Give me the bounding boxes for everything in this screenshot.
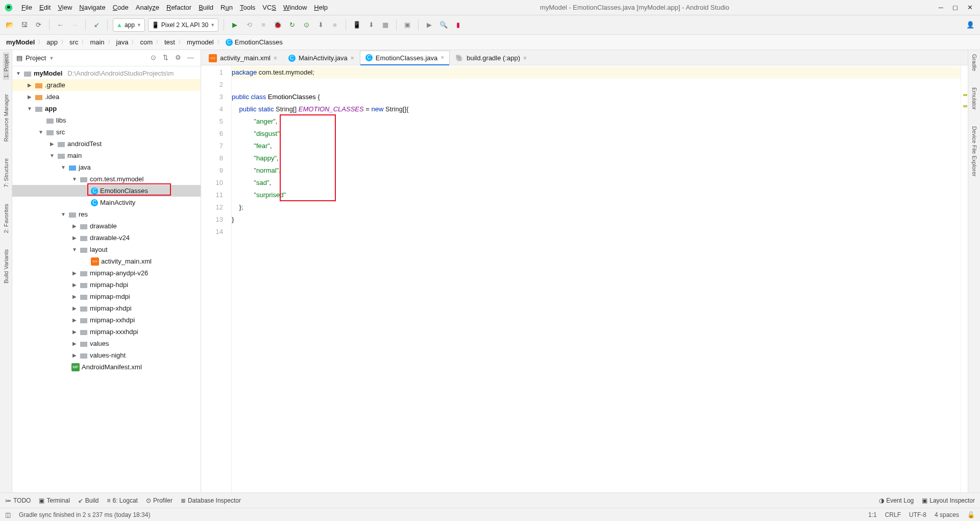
tree-res[interactable]: ▼res bbox=[12, 208, 201, 220]
tree-app[interactable]: ▼app bbox=[12, 103, 201, 114]
menu-run[interactable]: Run bbox=[217, 3, 236, 12]
close-tab-icon[interactable]: × bbox=[274, 55, 277, 62]
tool-gradle[interactable]: Gradle bbox=[971, 52, 977, 73]
debug-icon[interactable]: 🐞 bbox=[272, 19, 283, 31]
hide-panel-icon[interactable]: — bbox=[187, 54, 197, 63]
crumb-mymodel[interactable]: mymodel bbox=[187, 38, 214, 46]
tool-event-log[interactable]: ◑ Event Log bbox=[879, 497, 914, 504]
tree-mipmap-mdpi[interactable]: ▶mipmap-mdpi bbox=[12, 291, 201, 302]
menu-code[interactable]: Code bbox=[110, 3, 132, 12]
apply-changes-icon[interactable]: ⟲ bbox=[243, 19, 255, 31]
crumb-app[interactable]: app bbox=[46, 38, 58, 46]
tree-idea[interactable]: ▶.idea bbox=[12, 91, 201, 103]
tree-main[interactable]: ▼main bbox=[12, 150, 201, 161]
tree-androidtest[interactable]: ▶androidTest bbox=[12, 138, 201, 150]
stop-icon[interactable]: ■ bbox=[329, 19, 340, 31]
status-encoding[interactable]: UTF-8 bbox=[909, 511, 926, 518]
tree-manifest[interactable]: MFAndroidManifest.xml bbox=[12, 361, 201, 373]
apply-code-changes-icon[interactable]: ≡ bbox=[258, 19, 269, 31]
tree-values-night[interactable]: ▶values-night bbox=[12, 349, 201, 361]
open-file-icon[interactable]: 📂 bbox=[4, 19, 15, 31]
tree-mipmap-xhdpi[interactable]: ▶mipmap-xhdpi bbox=[12, 302, 201, 314]
back-icon[interactable]: ← bbox=[55, 19, 66, 31]
menu-view[interactable]: View bbox=[55, 3, 75, 12]
tab-build-gradle[interactable]: 🐘build.gradle (:app)× bbox=[450, 51, 532, 65]
overview-ruler[interactable] bbox=[961, 65, 968, 492]
menu-navigate[interactable]: Navigate bbox=[76, 3, 108, 12]
tree-mipmap-xxhdpi[interactable]: ▶mipmap-xxhdpi bbox=[12, 314, 201, 326]
tree-values[interactable]: ▶values bbox=[12, 338, 201, 349]
menu-edit[interactable]: Edit bbox=[36, 3, 54, 12]
search-everywhere-icon[interactable]: 🔍 bbox=[438, 19, 449, 31]
build-hammer-icon[interactable]: ↙ bbox=[91, 19, 102, 31]
tree-mipmap-hdpi[interactable]: ▶mipmap-hdpi bbox=[12, 279, 201, 291]
minimize-icon[interactable]: ─ bbox=[939, 4, 943, 11]
code-editor[interactable]: package com.test.mymodel; public class E… bbox=[232, 65, 961, 492]
attach-debugger-icon[interactable]: ⬇ bbox=[315, 19, 326, 31]
status-visibility-icon[interactable]: ◫ bbox=[5, 511, 11, 518]
tool-terminal[interactable]: ▣ Terminal bbox=[39, 497, 69, 504]
tree-drawable-v24[interactable]: ▶drawable-v24 bbox=[12, 232, 201, 244]
tree-emotionclasses[interactable]: CEmotionClasses bbox=[12, 185, 201, 197]
run-config-combo[interactable]: ▲ app ▼ bbox=[113, 18, 145, 32]
forward-icon[interactable]: → bbox=[69, 19, 80, 31]
sdk-manager-icon[interactable]: ⬇ bbox=[365, 19, 377, 31]
tool-project[interactable]: 1: Project bbox=[3, 52, 9, 80]
tree-java[interactable]: ▼java bbox=[12, 161, 201, 173]
status-line-separator[interactable]: CRLF bbox=[885, 511, 901, 518]
menu-help[interactable]: Help bbox=[311, 3, 331, 12]
tool-favorites[interactable]: 2: Favorites bbox=[3, 202, 9, 235]
save-all-icon[interactable]: 🖫 bbox=[18, 19, 30, 31]
sync-icon[interactable]: ⟳ bbox=[33, 19, 44, 31]
crumb-class[interactable]: EmotionClasses bbox=[235, 38, 283, 46]
menu-tools[interactable]: Tools bbox=[237, 3, 258, 12]
tool-device-file-explorer[interactable]: Device File Explorer bbox=[971, 124, 977, 178]
tree-mainactivity[interactable]: CMainActivity bbox=[12, 197, 201, 208]
tree-libs[interactable]: libs bbox=[12, 114, 201, 126]
tree-package[interactable]: ▼com.test.mymodel bbox=[12, 173, 201, 185]
tool-layout-inspector[interactable]: ▣ Layout Inspector bbox=[922, 497, 975, 504]
select-opened-file-icon[interactable]: ⊙ bbox=[151, 54, 160, 63]
tool-todo[interactable]: ≔ TODO bbox=[5, 497, 31, 504]
tree-layout[interactable]: ▼layout bbox=[12, 244, 201, 255]
dropdown-icon[interactable]: ▼ bbox=[49, 56, 54, 61]
close-tab-icon[interactable]: × bbox=[351, 55, 354, 62]
crumb-test[interactable]: test bbox=[164, 38, 175, 46]
device-combo[interactable]: 📱 Pixel 2 XL API 30 ▼ bbox=[148, 18, 218, 32]
status-lock-icon[interactable]: 🔓 bbox=[967, 511, 975, 518]
tab-mainactivity[interactable]: CMainActivity.java× bbox=[283, 51, 360, 65]
tool-build-variants[interactable]: Build Variants bbox=[3, 247, 9, 286]
menu-window[interactable]: Window bbox=[280, 3, 310, 12]
tab-emotionclasses[interactable]: CEmotionClasses.java× bbox=[360, 51, 450, 65]
tool-logcat[interactable]: ≡ 6: Logcat bbox=[107, 497, 138, 504]
crumb-src[interactable]: src bbox=[69, 38, 78, 46]
status-indent[interactable]: 4 spaces bbox=[935, 511, 959, 518]
tool-structure[interactable]: 7: Structure bbox=[3, 156, 9, 190]
crumb-root[interactable]: myModel bbox=[6, 38, 35, 46]
coverage-icon[interactable]: ↻ bbox=[286, 19, 298, 31]
app-inspection-icon[interactable]: ▶ bbox=[424, 19, 435, 31]
menu-vcs[interactable]: VCS bbox=[259, 3, 279, 12]
menu-file[interactable]: File bbox=[18, 3, 35, 12]
tool-emulator[interactable]: Emulator bbox=[971, 85, 977, 112]
close-tab-icon[interactable]: × bbox=[523, 55, 527, 62]
ide-errors-icon[interactable]: ▮ bbox=[452, 19, 463, 31]
tree-drawable[interactable]: ▶drawable bbox=[12, 220, 201, 232]
tree-root[interactable]: ▼ myModel D:\Android\AndroidStudioProjec… bbox=[12, 67, 201, 79]
menu-refactor[interactable]: Refactor bbox=[163, 3, 194, 12]
tree-mipmap-xxxhdpi[interactable]: ▶mipmap-xxxhdpi bbox=[12, 326, 201, 338]
close-icon[interactable]: ✕ bbox=[967, 4, 973, 11]
avd-manager-icon[interactable]: 📱 bbox=[351, 19, 362, 31]
tool-build[interactable]: ↙ Build bbox=[78, 497, 99, 504]
tree-src[interactable]: ▼src bbox=[12, 126, 201, 138]
project-tree[interactable]: ▼ myModel D:\Android\AndroidStudioProjec… bbox=[12, 66, 201, 492]
settings-gear-icon[interactable]: ⚙ bbox=[175, 54, 184, 63]
maximize-icon[interactable]: ◻ bbox=[952, 4, 958, 11]
tab-activity-main[interactable]: <>activity_main.xml× bbox=[203, 51, 283, 65]
crumb-main[interactable]: main bbox=[90, 38, 104, 46]
project-view-label[interactable]: Project bbox=[26, 54, 46, 62]
run-play-icon[interactable]: ▶ bbox=[229, 19, 240, 31]
close-tab-icon[interactable]: × bbox=[440, 54, 444, 61]
tool-db-inspector[interactable]: ≣ Database Inspector bbox=[181, 497, 241, 504]
profile-icon[interactable]: ⊙ bbox=[301, 19, 312, 31]
